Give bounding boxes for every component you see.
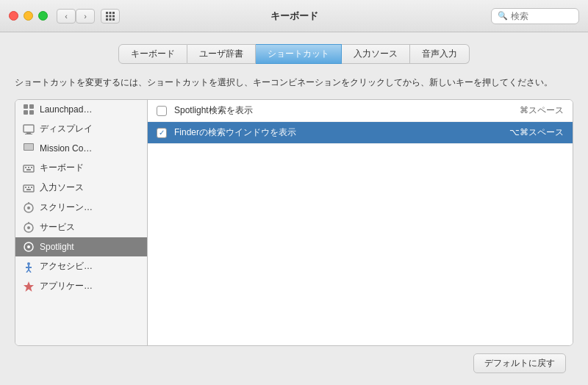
display-icon xyxy=(23,123,35,135)
screenshot-icon xyxy=(23,202,35,214)
sidebar-item-app-shortcuts[interactable]: アプリケー… xyxy=(15,276,147,296)
main-panel: Launchpad… ディスプレイ xyxy=(15,99,573,346)
shortcut-checkbox-finder[interactable]: ✓ xyxy=(157,128,167,138)
services-icon xyxy=(23,222,35,234)
sidebar-label-display: ディスプレイ xyxy=(40,123,93,135)
sidebar-item-spotlight[interactable]: Spotlight xyxy=(15,237,147,256)
mission-control-icon xyxy=(23,143,35,154)
app-shortcuts-icon xyxy=(23,281,35,292)
svg-rect-18 xyxy=(24,165,34,172)
forward-button[interactable]: › xyxy=(76,9,95,24)
sidebar: Launchpad… ディスプレイ xyxy=(15,100,148,345)
sidebar-label-spotlight: Spotlight xyxy=(40,242,74,252)
accessibility-icon xyxy=(23,261,35,273)
svg-rect-7 xyxy=(110,18,112,21)
sidebar-item-launchpad[interactable]: Launchpad… xyxy=(15,100,147,119)
svg-rect-22 xyxy=(26,169,31,170)
sidebar-label-keyboard: キーボード xyxy=(40,162,84,174)
shortcut-key-finder: ⌥⌘スペース xyxy=(509,126,564,139)
search-input[interactable] xyxy=(511,11,573,21)
search-box[interactable]: 🔍 xyxy=(491,8,579,24)
tab-user-dict[interactable]: ユーザ辞書 xyxy=(187,44,256,64)
grid-button[interactable] xyxy=(101,9,120,24)
sidebar-label-mission-control: Mission Co… xyxy=(40,143,92,154)
sidebar-item-keyboard[interactable]: キーボード xyxy=(15,158,147,178)
svg-rect-21 xyxy=(31,167,32,168)
shortcut-checkbox-spotlight[interactable] xyxy=(157,106,167,116)
svg-rect-9 xyxy=(24,104,28,109)
svg-rect-1 xyxy=(110,12,112,14)
back-button[interactable]: ‹ xyxy=(57,9,76,24)
search-icon: 🔍 xyxy=(498,11,508,21)
svg-rect-0 xyxy=(106,12,108,14)
svg-rect-11 xyxy=(24,110,28,115)
svg-rect-27 xyxy=(26,189,31,190)
shortcut-item-finder-search[interactable]: ✓ Finderの検索ウインドウを表示 ⌥⌘スペース xyxy=(148,122,573,144)
window-title: キーボード xyxy=(270,10,318,23)
sidebar-item-input-source[interactable]: 入力ソース xyxy=(15,178,147,198)
shortcut-key-spotlight: ⌘スペース xyxy=(520,104,564,117)
svg-rect-23 xyxy=(24,185,34,192)
sidebar-item-accessibility[interactable]: アクセシビ… xyxy=(15,256,147,276)
main-content: キーボード ユーザ辞書 ショートカット 入力ソース 音声入力 ショートカットを変… xyxy=(0,32,588,385)
tab-shortcuts[interactable]: ショートカット xyxy=(256,44,342,64)
sidebar-item-mission-control[interactable]: Mission Co… xyxy=(15,139,147,158)
svg-rect-13 xyxy=(24,125,34,132)
sidebar-label-accessibility: アクセシビ… xyxy=(40,260,93,273)
sidebar-label-launchpad: Launchpad… xyxy=(40,104,92,115)
traffic-lights xyxy=(9,11,48,21)
svg-line-40 xyxy=(29,270,31,273)
tabs-bar: キーボード ユーザ辞書 ショートカット 入力ソース 音声入力 xyxy=(15,44,573,64)
svg-rect-26 xyxy=(31,187,32,188)
sidebar-label-input-source: 入力ソース xyxy=(40,181,84,194)
minimize-button[interactable] xyxy=(24,11,33,21)
shortcuts-list: Spotlight検索を表示 ⌘スペース ✓ Finderの検索ウインドウを表示… xyxy=(148,100,573,345)
svg-rect-19 xyxy=(25,167,26,168)
sidebar-label-app-shortcuts: アプリケー… xyxy=(40,280,93,292)
svg-rect-17 xyxy=(24,144,33,150)
svg-point-32 xyxy=(27,226,30,229)
svg-rect-8 xyxy=(112,18,115,21)
svg-rect-14 xyxy=(26,132,31,134)
svg-rect-6 xyxy=(106,18,108,21)
zoom-button[interactable] xyxy=(38,11,48,21)
svg-point-36 xyxy=(27,262,30,265)
titlebar: ‹ › キーボード 🔍 xyxy=(0,0,588,32)
sidebar-label-screenshot: スクリーン… xyxy=(40,201,93,214)
input-source-icon xyxy=(23,182,35,194)
sidebar-item-services[interactable]: サービス xyxy=(15,217,147,237)
sidebar-item-display[interactable]: ディスプレイ xyxy=(15,119,147,139)
svg-rect-25 xyxy=(28,187,29,188)
launchpad-icon xyxy=(23,104,35,115)
svg-point-35 xyxy=(27,245,30,248)
description-text: ショートカットを変更するには、ショートカットを選択し、キーコンビネーションをクリ… xyxy=(15,76,573,89)
svg-rect-20 xyxy=(28,167,29,168)
default-button[interactable]: デフォルトに戻す xyxy=(473,353,566,373)
keyboard-icon xyxy=(23,162,35,174)
shortcut-item-spotlight-search[interactable]: Spotlight検索を表示 ⌘スペース xyxy=(148,100,573,122)
svg-marker-41 xyxy=(24,281,34,292)
sidebar-item-screenshot[interactable]: スクリーン… xyxy=(15,198,147,217)
tab-keyboard[interactable]: キーボード xyxy=(118,44,187,64)
tab-input-source[interactable]: 入力ソース xyxy=(342,44,410,64)
shortcuts-content: Spotlight検索を表示 ⌘スペース ✓ Finderの検索ウインドウを表示… xyxy=(148,100,573,345)
svg-rect-3 xyxy=(106,15,108,17)
bottom-bar: デフォルトに戻す xyxy=(15,346,573,373)
shortcut-name-finder: Finderの検索ウインドウを表示 xyxy=(174,126,509,139)
svg-rect-4 xyxy=(110,15,112,17)
svg-rect-2 xyxy=(112,12,115,14)
svg-rect-12 xyxy=(29,110,34,115)
svg-rect-15 xyxy=(25,134,32,134)
shortcut-name-spotlight: Spotlight検索を表示 xyxy=(174,104,520,117)
svg-point-29 xyxy=(27,206,30,209)
svg-rect-24 xyxy=(25,187,26,188)
spotlight-icon xyxy=(23,241,35,253)
tab-voice-input[interactable]: 音声入力 xyxy=(410,44,470,64)
sidebar-label-services: サービス xyxy=(40,221,75,234)
svg-rect-5 xyxy=(112,15,115,17)
close-button[interactable] xyxy=(9,11,18,21)
svg-rect-10 xyxy=(29,104,34,109)
